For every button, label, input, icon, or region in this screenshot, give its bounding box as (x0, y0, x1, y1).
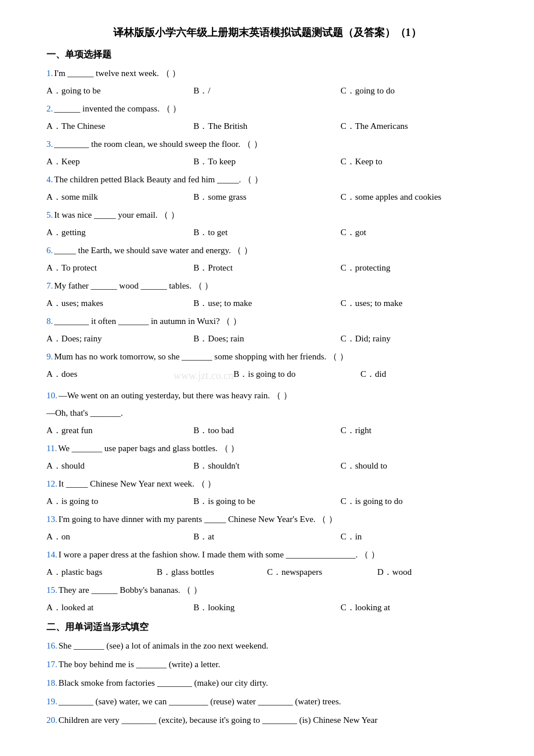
options-row: A．The ChineseB．The BritishC．The American… (46, 118, 488, 134)
option-C[interactable]: C．going to do (341, 83, 488, 99)
option-C[interactable]: C．right (341, 423, 488, 438)
question-text: Mum has no work tomorrow, so she _______… (54, 349, 348, 365)
option-A[interactable]: A．going to be (46, 83, 193, 99)
question-number: 10. (46, 388, 57, 404)
section2-heading: 二、用单词适当形式填空 (46, 619, 488, 636)
question-line: 5. It was nice _____ your email. （ ） (46, 207, 488, 223)
fill-question-line: 18. Black smoke from factories ________ … (46, 675, 488, 691)
option-A[interactable]: A．some milk (46, 189, 193, 205)
option-B[interactable]: B．glass bottles (157, 564, 267, 580)
question-text: It was nice _____ your email. （ ） (54, 207, 179, 223)
fill-question-line: 19. ________ (save) water, we can ______… (46, 694, 488, 710)
question-line: 7. My father ______ wood ______ tables. … (46, 278, 488, 294)
options-row: A．is going toB．is going to beC．is going … (46, 494, 488, 509)
question-number: 14. (46, 547, 57, 563)
option-C[interactable]: C．is going to do (341, 494, 488, 509)
question-line: 12. It _____ Chinese New Year next week.… (46, 476, 488, 492)
watermark: www.jzt.co.cn (174, 366, 233, 385)
question-text: We _______ use paper bags and glass bott… (58, 441, 239, 456)
option-A[interactable]: A．is going to (46, 494, 193, 509)
options-row: A．onB．atC．in (46, 529, 488, 545)
options-row: A．Does; rainyB．Does; rainC．Did; rainy (46, 331, 488, 347)
question-line: 1. I'm ______ twelve next week. （ ） (46, 66, 488, 81)
question-text: They are ______ Bobby's bananas. （ ） (59, 582, 202, 598)
fill-question-number: 20. (46, 712, 57, 728)
option-B[interactable]: B．To keep (193, 154, 340, 170)
option-B[interactable]: B．to get (193, 225, 340, 240)
fill-question-text: ________ (save) water, we can _________ … (59, 694, 341, 710)
option-B[interactable]: B．Protect (193, 260, 340, 276)
fill-question-line: 17. The boy behind me is _______ (write)… (46, 657, 488, 672)
option-C[interactable]: C．The Americans (341, 118, 488, 134)
option-C[interactable]: C．uses; to make (341, 296, 488, 311)
question-number: 13. (46, 512, 57, 527)
options-row: A．gettingB．to getC．got (46, 225, 488, 240)
option-A[interactable]: A．plastic bags (46, 564, 157, 580)
option-D[interactable]: D．wood (377, 564, 488, 580)
option-A[interactable]: A．The Chinese (46, 118, 193, 134)
question-text: It _____ Chinese New Year next week. （ ） (59, 476, 217, 492)
options-row: A．looked atB．lookingC．looking at (46, 600, 488, 615)
section1-heading: 一、单项选择题 (46, 46, 488, 63)
option-B[interactable]: B．at (193, 529, 340, 545)
option-B[interactable]: B．use; to make (193, 296, 340, 311)
option-C[interactable]: C．got (341, 225, 488, 240)
option-A[interactable]: A．does (46, 366, 174, 385)
question-number: 11. (46, 441, 57, 456)
option-A[interactable]: A．should (46, 458, 193, 474)
option-B[interactable]: B．some grass (193, 189, 340, 205)
question-line: 8. ________ it often _______ in autumn i… (46, 314, 488, 329)
option-C[interactable]: C．protecting (341, 260, 488, 276)
question-text: ________ the room clean, we should sweep… (54, 136, 262, 152)
option-A[interactable]: A．on (46, 529, 193, 545)
option-A[interactable]: A．great fun (46, 423, 193, 438)
option-B[interactable]: B．is going to be (193, 494, 340, 509)
options-row: A．plastic bagsB．glass bottlesC．newspaper… (46, 564, 488, 580)
option-C[interactable]: C．newspapers (267, 564, 377, 580)
option-A[interactable]: A．getting (46, 225, 193, 240)
question-text: I'm ______ twelve next week. （ ） (54, 66, 181, 81)
option-A[interactable]: A．Does; rainy (46, 331, 193, 347)
option-B[interactable]: B．too bad (193, 423, 340, 438)
question-text: I wore a paper dress at the fashion show… (59, 547, 380, 563)
question-number: 7. (46, 278, 53, 294)
option-B[interactable]: B．is going to do (233, 366, 360, 385)
options-row: A．To protectB．ProtectC．protecting (46, 260, 488, 276)
question-sub-line: —Oh, that's _______. (46, 405, 488, 421)
option-C[interactable]: C．did (360, 366, 488, 385)
option-A[interactable]: A．uses; makes (46, 296, 193, 311)
fill-question-number: 18. (46, 675, 57, 691)
option-A[interactable]: A．To protect (46, 260, 193, 276)
fill-question-text: The boy behind me is _______ (write) a l… (59, 657, 221, 672)
options-row: A．uses; makesB．use; to makeC．uses; to ma… (46, 296, 488, 311)
option-B[interactable]: B．looking (193, 600, 340, 615)
question-line: 11. We _______ use paper bags and glass … (46, 441, 488, 456)
option-B[interactable]: B．shouldn't (193, 458, 340, 474)
question-line: 14. I wore a paper dress at the fashion … (46, 547, 488, 563)
page-title: 译林版版小学六年级上册期末英语模拟试题测试题（及答案）（1） (46, 23, 488, 42)
option-C[interactable]: C．some apples and cookies (341, 189, 488, 205)
question-line: 4. The children petted Black Beauty and … (46, 172, 488, 188)
fill-question-text: Black smoke from factories ________ (mak… (59, 675, 268, 691)
question-number: 1. (46, 66, 53, 81)
option-C[interactable]: C．should to (341, 458, 488, 474)
question-text: My father ______ wood ______ tables. （ ） (54, 278, 213, 294)
question-text: ______ invented the compass. （ ） (54, 101, 181, 117)
option-A[interactable]: A．Keep (46, 154, 193, 170)
option-C[interactable]: C．looking at (341, 600, 488, 615)
option-B[interactable]: B．/ (193, 83, 340, 99)
option-B[interactable]: B．The British (193, 118, 340, 134)
question-number: 5. (46, 207, 53, 223)
question-line: 15. They are ______ Bobby's bananas. （ ） (46, 582, 488, 598)
option-A[interactable]: A．looked at (46, 600, 193, 615)
option-B[interactable]: B．Does; rain (193, 331, 340, 347)
fill-question-text: Children are very ________ (excite), bec… (59, 712, 378, 728)
option-C[interactable]: C．Keep to (341, 154, 488, 170)
fill-question-number: 16. (46, 638, 57, 654)
question-number: 2. (46, 101, 53, 117)
options-row: A．shouldB．shouldn'tC．should to (46, 458, 488, 474)
fill-question-number: 17. (46, 657, 57, 672)
question-text: ________ it often _______ in autumn in W… (54, 314, 241, 329)
option-C[interactable]: C．Did; rainy (341, 331, 488, 347)
option-C[interactable]: C．in (341, 529, 488, 545)
